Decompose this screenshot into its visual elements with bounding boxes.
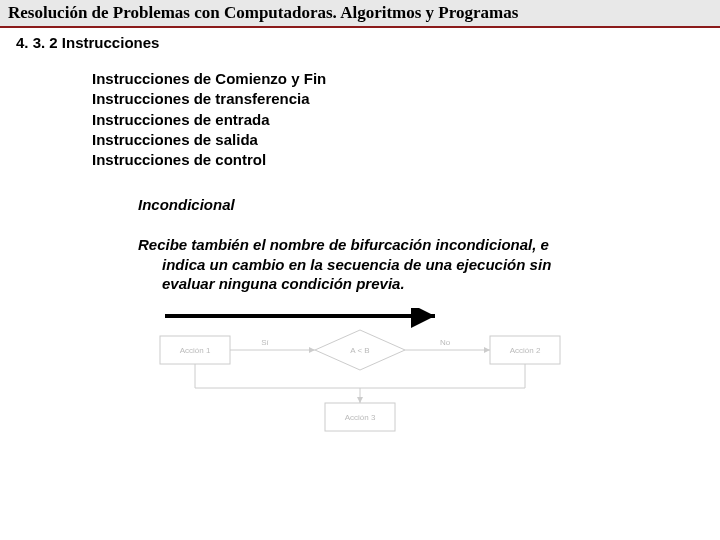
description-line: indica un cambio en la secuencia de una … [162, 255, 648, 275]
list-item: Instrucciones de control [92, 150, 720, 170]
description-line: Recibe también el nombre de bifurcación … [138, 235, 648, 255]
list-item: Instrucciones de salida [92, 130, 720, 150]
flowchart-box-bottom: Acción 3 [345, 413, 376, 422]
title-bar: Resolución de Problemas con Computadoras… [0, 0, 720, 28]
list-item: Instrucciones de transferencia [92, 89, 720, 109]
subsection-heading: Incondicional [138, 196, 720, 213]
instruction-list: Instrucciones de Comienzo y Fin Instrucc… [92, 69, 720, 170]
flowchart-diagram: Acción 1 Sí A < B No Acción 2 Acción 3 [105, 308, 615, 442]
flowchart-edge-si: Sí [261, 338, 269, 347]
description: Recibe también el nombre de bifurcación … [138, 235, 648, 294]
page-title: Resolución de Problemas con Computadoras… [8, 3, 712, 23]
list-item: Instrucciones de Comienzo y Fin [92, 69, 720, 89]
flowchart-edge-no: No [440, 338, 451, 347]
flowchart-box-left: Acción 1 [180, 346, 211, 355]
list-item: Instrucciones de entrada [92, 110, 720, 130]
flowchart-diamond: A < B [350, 346, 369, 355]
description-line: evaluar ninguna condición previa. [162, 274, 648, 294]
flowchart-box-right: Acción 2 [510, 346, 541, 355]
section-heading: 4. 3. 2 Instrucciones [16, 34, 720, 51]
